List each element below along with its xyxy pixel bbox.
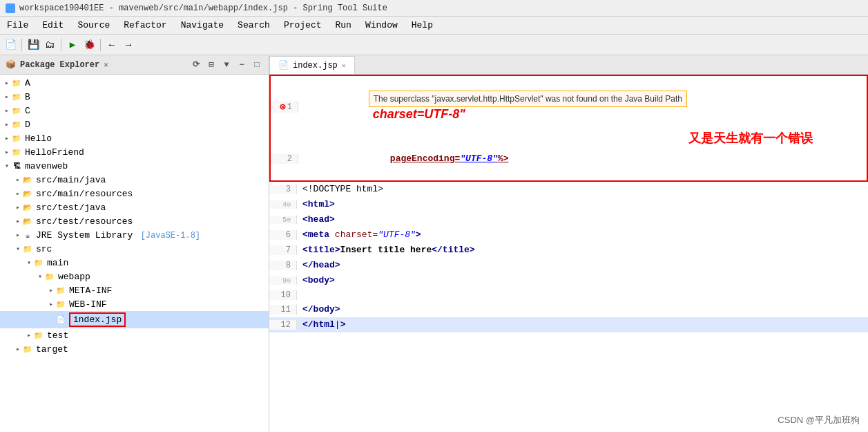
tree-item-D[interactable]: ▸📁D (0, 118, 269, 131)
editor-content[interactable]: ⊗ 1 The superclass "javax.servlet.http.H… (269, 75, 868, 432)
tree-item-WEB-INF[interactable]: ▸📁WEB-INF (0, 297, 269, 311)
tree-item-src-test-resources[interactable]: ▸📂src/test/resources (0, 214, 269, 228)
pe-collapse-btn[interactable]: ⊟ (205, 59, 218, 71)
tree-item-mavenweb[interactable]: ▾🏗mavenweb (0, 159, 269, 173)
menu-item-project[interactable]: Project (277, 18, 329, 32)
tab-jsp-icon: 📄 (278, 60, 289, 71)
tree-item-src-test-java[interactable]: ▸📂src/test/java (0, 200, 269, 214)
tree-toggle-B[interactable]: ▸ (3, 93, 11, 101)
sep1 (21, 39, 22, 51)
tree-toggle-main[interactable]: ▾ (25, 259, 33, 267)
tree-toggle-src-main-resources[interactable]: ▸ (14, 189, 22, 198)
forward-btn[interactable]: → (121, 37, 136, 53)
pe-tree: ▸📁A▸📁B▸📁C▸📁D▸📁Hello▸📁HelloFriend▾🏗mavenw… (0, 75, 269, 432)
tree-item-src[interactable]: ▾📁src (0, 242, 269, 256)
line-gutter-4: 4⊖ (269, 200, 297, 209)
tree-item-index.jsp[interactable]: 📄index.jsp (0, 311, 269, 328)
tab-close-icon[interactable]: ✕ (342, 62, 346, 70)
csdn-watermark: CSDN @平凡加班狗 (778, 414, 860, 426)
tree-toggle-src-main-java[interactable]: ▸ (14, 176, 22, 184)
save-all-btn[interactable]: 🗂 (42, 37, 57, 53)
tree-label-A: A (25, 78, 30, 88)
back-btn[interactable]: ← (104, 37, 119, 53)
tree-item-src-main-java[interactable]: ▸📂src/main/java (0, 173, 269, 187)
code-line-4: 4⊖ <html> (269, 197, 868, 212)
debug-btn[interactable]: 🐞 (81, 37, 97, 53)
toolbar: 📄 💾 🗂 ▶ 🐞 ← → (0, 35, 868, 55)
tree-toggle-WEB-INF[interactable]: ▸ (47, 300, 55, 308)
tree-item-Hello[interactable]: ▸📁Hello (0, 131, 269, 145)
tree-label-index.jsp: index.jsp (69, 312, 126, 327)
run-btn[interactable]: ▶ (65, 37, 80, 53)
line-11-content: </body> (297, 302, 346, 317)
menu-item-run[interactable]: Run (329, 18, 358, 32)
tree-label-src-main-resources: src/main/resources (36, 189, 133, 199)
tree-item-jre[interactable]: ▸☕JRE System Library [JavaSE-1.8] (0, 228, 269, 242)
tree-toggle-C[interactable]: ▸ (3, 106, 11, 115)
pe-minimize-btn[interactable]: − (235, 59, 248, 71)
chinese-annotation: 又是天生就有一个错误 (688, 130, 813, 147)
tree-icon-src-main-resources: 📂 (22, 188, 33, 199)
editor-tab-index-jsp[interactable]: 📄 index.jsp ✕ (269, 56, 355, 74)
tree-item-META-INF[interactable]: ▸📁META-INF (0, 283, 269, 297)
tree-item-A[interactable]: ▸📁A (0, 76, 269, 90)
sep3 (100, 39, 101, 51)
tree-item-webapp[interactable]: ▾📁webapp (0, 270, 269, 283)
pe-maximize-btn[interactable]: □ (251, 59, 263, 71)
tree-item-C[interactable]: ▸📁C (0, 104, 269, 118)
menu-item-source[interactable]: Source (70, 18, 117, 32)
tree-icon-D: 📁 (11, 119, 22, 130)
tree-item-main[interactable]: ▾📁main (0, 256, 269, 270)
menu-item-edit[interactable]: Edit (35, 18, 70, 32)
pe-menu-btn[interactable]: ▼ (220, 59, 233, 71)
tree-toggle-test[interactable]: ▸ (25, 331, 33, 339)
tree-toggle-Hello[interactable]: ▸ (3, 134, 11, 142)
line-3-content: <!DOCTYPE html> (297, 182, 389, 197)
line-5-content: <head> (297, 212, 340, 227)
tree-item-src-main-resources[interactable]: ▸📂src/main/resources (0, 187, 269, 200)
new-btn[interactable]: 📄 (3, 37, 18, 53)
editor-tabs: 📄 index.jsp ✕ (269, 55, 868, 75)
tree-icon-main: 📁 (33, 257, 44, 268)
tree-icon-C: 📁 (11, 105, 22, 116)
tree-toggle-index.jsp[interactable] (47, 316, 55, 324)
line-gutter-3: 3 (269, 185, 297, 194)
tree-toggle-src-test-java[interactable]: ▸ (14, 203, 22, 212)
tree-icon-WEB-INF: 📁 (55, 299, 66, 310)
tree-toggle-D[interactable]: ▸ (3, 120, 11, 129)
tree-toggle-META-INF[interactable]: ▸ (47, 286, 55, 294)
package-explorer: 📦 Package Explorer ✕ ⟳ ⊟ ▼ − □ ▸📁A▸📁B▸📁C… (0, 55, 269, 432)
menu-item-refactor[interactable]: Refactor (117, 18, 173, 32)
code-line-11: 11 </body> (269, 302, 868, 317)
line-gutter-11: 11 (269, 305, 297, 314)
tree-item-target[interactable]: ▸📁target (0, 342, 269, 356)
tree-toggle-src-test-resources[interactable]: ▸ (14, 217, 22, 225)
tree-toggle-jre[interactable]: ▸ (14, 231, 22, 239)
tree-label-D: D (25, 120, 30, 130)
tree-label-HelloFriend: HelloFriend (25, 147, 84, 158)
tree-item-B[interactable]: ▸📁B (0, 90, 269, 104)
menu-item-window[interactable]: Window (358, 18, 405, 32)
menu-item-search[interactable]: Search (231, 18, 277, 32)
tree-icon-target: 📁 (22, 344, 33, 355)
tree-toggle-webapp[interactable]: ▾ (36, 272, 44, 281)
menu-item-navigate[interactable]: Navigate (174, 18, 231, 32)
tree-label-C: C (25, 106, 30, 116)
line-8-content: </head> (297, 258, 346, 273)
tree-toggle-A[interactable]: ▸ (3, 79, 11, 87)
tree-icon-webapp: 📁 (44, 271, 55, 282)
tree-item-test[interactable]: ▸📁test (0, 328, 269, 342)
menu-item-help[interactable]: Help (405, 18, 440, 32)
pe-sync-btn[interactable]: ⟳ (190, 59, 202, 71)
menu-item-file[interactable]: File (0, 18, 35, 32)
line-9-content: <body> (297, 273, 340, 288)
line-gutter-6: 6 (269, 230, 297, 240)
tree-toggle-HelloFriend[interactable]: ▸ (3, 148, 11, 156)
tree-item-HelloFriend[interactable]: ▸📁HelloFriend (0, 145, 269, 159)
line-gutter-9: 9⊖ (269, 276, 297, 285)
tree-toggle-mavenweb[interactable]: ▾ (3, 162, 11, 170)
save-btn[interactable]: 💾 (26, 37, 41, 53)
tree-toggle-target[interactable]: ▸ (14, 345, 22, 353)
tree-toggle-src[interactable]: ▾ (14, 245, 22, 253)
line-7-content: <title>Insert title here</title> (297, 243, 481, 258)
